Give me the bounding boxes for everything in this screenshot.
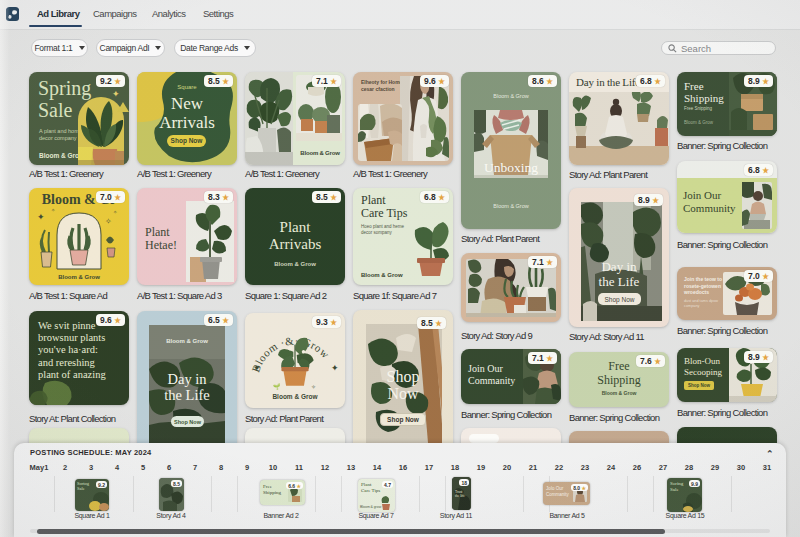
svg-text:✧: ✧ (113, 209, 117, 215)
svg-text:✦: ✦ (253, 363, 261, 373)
svg-text:✦: ✦ (37, 212, 45, 222)
svg-text:✧: ✧ (105, 217, 112, 226)
svg-text:✧: ✧ (51, 207, 55, 213)
svg-text:✦: ✦ (331, 363, 339, 373)
svg-text:✧: ✧ (311, 384, 316, 390)
svg-text:🌱: 🌱 (273, 383, 281, 391)
